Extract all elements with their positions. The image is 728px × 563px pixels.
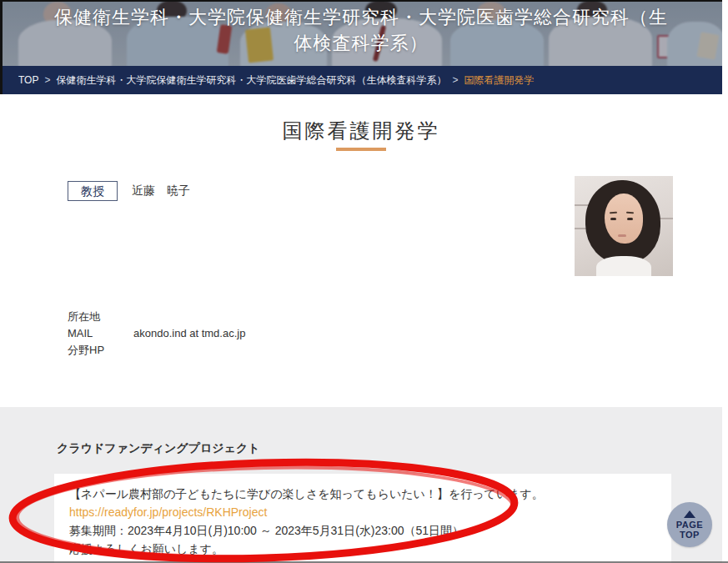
- recruitment-period: 募集期間：2023年4月10日(月)10:00 ～ 2023年5月31日(水)2…: [69, 521, 656, 540]
- contact-row: 分野HP: [68, 342, 245, 359]
- professor-photo: [575, 176, 673, 276]
- contact-label: 所在地: [68, 309, 133, 325]
- page-top-button[interactable]: PAGE TOP: [667, 502, 712, 547]
- triangle-up-icon: [684, 510, 695, 518]
- project-link[interactable]: https://readyfor.jp/projects/RKHProject: [69, 505, 267, 519]
- professor-row: 教授 近藤 暁子: [68, 181, 190, 201]
- portrait-shoulders: [596, 256, 651, 276]
- crowdfunding-box: 【ネパール農村部の子どもたちに学びの楽しさを知ってもらいたい！】を行っています。…: [54, 474, 671, 563]
- crowdfunding-section: クラウドファンディングプロジェクト 【ネパール農村部の子どもたちに学びの楽しさを…: [0, 407, 722, 563]
- top-border: [0, 0, 722, 2]
- breadcrumb: TOP > 保健衛生学科・大学院保健衛生学研究科・大学院医歯学総合研究科（生体検…: [0, 66, 722, 94]
- breadcrumb-separator: >: [452, 74, 458, 86]
- breadcrumb-link-top[interactable]: TOP: [18, 74, 38, 86]
- professor-name: 近藤 暁子: [132, 183, 190, 199]
- contact-row: 所在地: [68, 309, 245, 325]
- page-title: 国際看護開発学: [0, 118, 722, 144]
- page: 保健衛生学科・大学院保健衛生学研究科・大学院医歯学総合研究科（生体検査科学系） …: [0, 0, 728, 563]
- page-top-label-2: TOP: [680, 530, 700, 540]
- page-top-label-1: PAGE: [676, 520, 703, 530]
- header-title: 保健衛生学科・大学院保健衛生学研究科・大学院医歯学総合研究科（生体検査科学系）: [0, 0, 722, 66]
- crowdfunding-heading: クラウドファンディングプロジェクト: [57, 441, 260, 456]
- support-message: 応援よろしくお願いします。: [69, 540, 656, 558]
- left-border: [0, 0, 3, 94]
- breadcrumb-separator: >: [44, 74, 50, 86]
- title-underline: [336, 148, 386, 151]
- contact-info: 所在地 MAIL akondo.ind at tmd.ac.jp 分野HP: [68, 309, 245, 359]
- project-description: 【ネパール農村部の子どもたちに学びの楽しさを知ってもらいたい！】を行っています。: [69, 485, 656, 503]
- contact-row: MAIL akondo.ind at tmd.ac.jp: [68, 325, 245, 342]
- main-content: 国際看護開発学 教授 近藤 暁子 所在地 MAIL: [0, 94, 722, 407]
- breadcrumb-current: 国際看護開発学: [464, 73, 534, 88]
- breadcrumb-link-section[interactable]: 保健衛生学科・大学院保健衛生学研究科・大学院医歯学総合研究科（生体検査科学系）: [56, 73, 446, 88]
- position-badge: 教授: [68, 181, 118, 201]
- contact-label: MAIL: [68, 325, 133, 342]
- contact-value-email: akondo.ind at tmd.ac.jp: [133, 325, 245, 342]
- contact-label: 分野HP: [68, 342, 133, 359]
- header-banner: 保健衛生学科・大学院保健衛生学研究科・大学院医歯学総合研究科（生体検査科学系）: [0, 0, 722, 66]
